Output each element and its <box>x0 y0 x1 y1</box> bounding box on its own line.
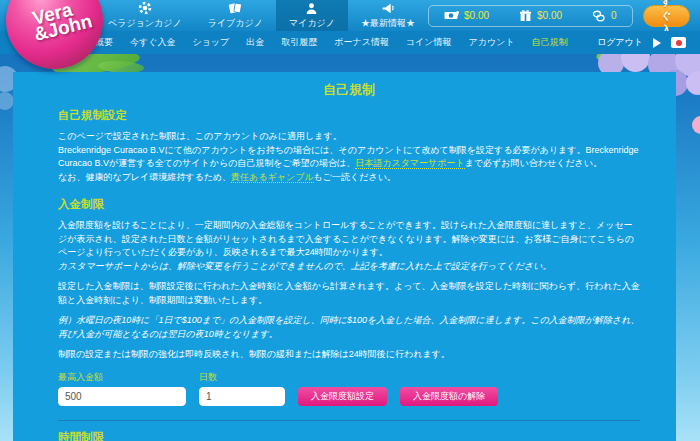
gift-icon <box>519 9 532 22</box>
deposit-now-button[interactable]: 今すぐ入金 <box>643 5 690 27</box>
tab-my-casino[interactable]: マイカジノ <box>276 0 348 31</box>
logo-text: Vera &John <box>4 0 106 49</box>
max-deposit-field: 最高入金額 <box>58 371 186 406</box>
subnav-item-shop[interactable]: ショップ <box>192 36 229 49</box>
days-label: 日数 <box>199 371 285 384</box>
cards-icon <box>228 2 243 15</box>
deposit-limit-paragraph-2: 設定した入金制限は、制限設定後に行われた入金時刻と入金額から計算されます。よって… <box>58 280 640 307</box>
deposit-limit-paragraph-4: 制限の設定または制限の強化は即時反映され、制限の緩和または解除は24時間後に行わ… <box>58 348 640 362</box>
bonus-balance[interactable]: $0.00 <box>504 9 577 22</box>
deposit-limit-heading: 入金制限 <box>58 197 640 212</box>
customer-support-link[interactable]: 日本語カスタマーサポート <box>355 158 464 169</box>
tab-verajohn-casino[interactable]: ベラジョンカジノ <box>95 0 195 31</box>
days-field: 日数 <box>199 371 285 406</box>
language-arrow-icon[interactable] <box>653 38 661 48</box>
subnav-item-withdrawal[interactable]: 出金 <box>246 36 264 49</box>
set-deposit-limit-button[interactable]: 入金限度額設定 <box>298 387 387 406</box>
intro-p2-text-after: まで必ずお問い合わせください。 <box>465 158 602 168</box>
section-divider <box>58 420 640 421</box>
deposit-limit-example: 例）水曜日の夜10時に「1日で$100まで」の入金制限を設定し、同時に$100を… <box>58 314 640 341</box>
balance-box: $0.00 $0.00 0 <box>428 5 633 27</box>
days-input[interactable] <box>199 387 285 406</box>
flower-decoration <box>686 71 700 95</box>
deposit-limit-form: 最高入金額 日数 入金限度額設定 入金限度額の解除 <box>58 371 640 406</box>
sub-nav-items: 概要 今すぐ入金 ショップ 出金 取引履歴 ボーナス情報 コイン情報 アカウント… <box>95 36 568 49</box>
subnav-item-self-regulation[interactable]: 自己規制 <box>532 36 568 49</box>
cash-balance[interactable]: $0.00 <box>429 10 504 21</box>
main-tabs: ベラジョンカジノ ライブカジノ マイカジノ ★最新情報★ <box>95 0 428 31</box>
sub-nav-right: ログアウト <box>597 36 700 49</box>
responsible-gambling-link[interactable]: 責任あるギャンブル <box>231 172 313 183</box>
bonus-balance-value: $0.00 <box>537 10 562 21</box>
tab-live-casino[interactable]: ライブカジノ <box>195 0 276 31</box>
tab-label: ★最新情報★ <box>361 17 415 30</box>
intro-p3-text-after: もご一読ください。 <box>314 172 396 182</box>
subnav-item-coin-info[interactable]: コイン情報 <box>406 36 452 49</box>
clear-deposit-limit-button[interactable]: 入金限度額の解除 <box>400 387 498 406</box>
coins-balance-value: 0 <box>611 10 617 21</box>
intro-paragraph-3: なお、健康的なプレイ環境維持するため、責任あるギャンブルもご一読ください。 <box>58 171 640 185</box>
tab-label: ライブカジノ <box>208 17 263 30</box>
max-deposit-input[interactable] <box>58 387 186 406</box>
subnav-item-account[interactable]: アカウント <box>469 36 515 49</box>
coins-balance[interactable]: 0 <box>577 10 632 22</box>
japan-flag-icon[interactable] <box>671 37 686 48</box>
subnav-item-transaction-history[interactable]: 取引履歴 <box>281 36 317 49</box>
intro-p3-text: なお、健康的なプレイ環境維持するため、 <box>58 172 231 182</box>
page-title: 自己規制 <box>58 81 640 99</box>
time-limit-heading: 時間制限 <box>58 430 640 441</box>
page: ベラジョンカジノ ライブカジノ マイカジノ ★最新情報★ <box>0 0 700 441</box>
account-balance-cluster: $0.00 $0.00 0 今すぐ入金 <box>428 0 700 31</box>
deposit-limit-paragraph-1: 入金限度額を設けることにより、一定期間内の入金総額をコントロールすることができま… <box>58 219 640 260</box>
tab-latest-news[interactable]: ★最新情報★ <box>348 0 428 31</box>
intro-paragraph-2: Breckenridge Curacao B.Vにて他のアカウントをお持ちの場合… <box>58 144 640 171</box>
flower-decoration <box>0 92 14 110</box>
cash-icon <box>444 10 459 21</box>
tab-label: マイカジノ <box>289 17 335 30</box>
logout-link[interactable]: ログアウト <box>597 36 643 49</box>
cash-balance-value: $0.00 <box>464 10 489 21</box>
intro-paragraph-1: このページで設定された制限は、このアカウントのみに適用します。 <box>58 130 640 144</box>
deposit-limit-note: カスタマーサポートからは、解除や変更を行うことができませんので、上記を考慮に入れ… <box>58 260 640 274</box>
self-regulation-panel: 自己規制 自己規制設定 このページで設定された制限は、このアカウントのみに適用し… <box>13 72 676 441</box>
subnav-item-bonus-info[interactable]: ボーナス情報 <box>334 36 389 49</box>
self-regulation-settings-heading: 自己規制設定 <box>58 108 640 123</box>
subnav-item-deposit-now[interactable]: 今すぐ入金 <box>130 36 175 49</box>
user-icon <box>305 2 318 15</box>
top-navigation-bar: ベラジョンカジノ ライブカジノ マイカジノ ★最新情報★ <box>0 0 700 31</box>
megaphone-icon <box>381 2 395 15</box>
chip-icon <box>138 2 152 15</box>
flag-red-dot <box>676 40 682 46</box>
coins-icon <box>592 10 606 22</box>
sub-navigation-bar: 概要 今すぐ入金 ショップ 出金 取引履歴 ボーナス情報 コイン情報 アカウント… <box>0 31 700 54</box>
tab-label: ベラジョンカジノ <box>108 17 182 30</box>
max-deposit-label: 最高入金額 <box>58 371 186 384</box>
flower-decoration <box>692 116 700 134</box>
